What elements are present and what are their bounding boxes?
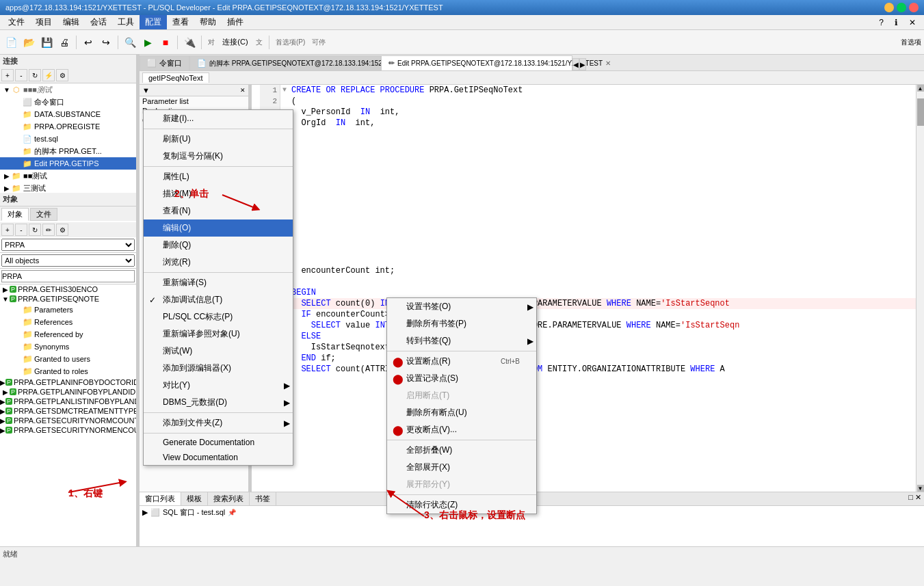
connect-button[interactable]: 🔌 (181, 34, 198, 51)
ctx-bookmark-del[interactable]: 删除所有书签(P) (387, 315, 536, 332)
window-pin-icon[interactable]: 📌 (228, 509, 236, 516)
bottom-tab-search[interactable]: 搜索列表 (208, 492, 250, 505)
menu-session[interactable]: 会话 (85, 15, 112, 29)
obj-item-grantusers[interactable]: 📁 Granted to users (0, 353, 136, 365)
menu-props[interactable]: 属性(L) (144, 168, 293, 185)
type-select[interactable]: All objects (1, 254, 135, 267)
stop-button[interactable]: ■ (157, 34, 174, 51)
menu-plugin[interactable]: 插件 (222, 15, 249, 29)
obj-item-refs[interactable]: 📁 References (0, 316, 136, 328)
conn-add-btn[interactable]: + (1, 69, 14, 81)
fold-btn[interactable]: ▼ (280, 85, 289, 96)
obj-item-getipseq[interactable]: ▼ P PRPA.GETIPSEQNOTE (0, 294, 136, 304)
ctx-bp-set[interactable]: ⬤ 设置断点(R) Ctrl+B (387, 353, 536, 370)
ctx-logpoint-set[interactable]: ⬤ 设置记录点(S) (387, 370, 536, 387)
menu-project[interactable]: 项目 (30, 15, 57, 29)
obj-setting-btn[interactable]: ⚙ (56, 224, 68, 236)
tree-item-cmd[interactable]: ⬜ 命令窗口 (0, 96, 136, 108)
ctx-bookmark-goto[interactable]: 转到书签(Q)▶ (387, 332, 536, 349)
menu-dbms[interactable]: DBMS_元数据(D)▶ (144, 394, 293, 411)
conn-refresh-btn[interactable]: ↻ (29, 69, 41, 81)
menu-describe[interactable]: 描述(M) (144, 185, 293, 202)
tab-prev-btn[interactable]: ◀ (572, 58, 579, 70)
run-button[interactable]: ▶ (140, 34, 156, 51)
menu-edit[interactable]: 编辑 (57, 15, 85, 29)
menu-test[interactable]: 测试(W) (144, 343, 293, 360)
maximize-button[interactable] (897, 3, 906, 12)
menu-delete[interactable]: 删除(Q) (144, 237, 293, 254)
menu-recompile-ref[interactable]: 重新编译参照对象(U) (144, 325, 293, 343)
menu-plcc[interactable]: PL/SQL CC标志(P) (144, 308, 293, 325)
tab-script[interactable]: 📄 的脚本 PRPA.GETIPSEQNOTEXT@172.18.133.194… (189, 55, 381, 70)
menu-add-debug[interactable]: ✓添加调试信息(T) (144, 291, 293, 308)
print-button[interactable]: 🖨 (56, 34, 72, 51)
menu-tools[interactable]: 工具 (112, 15, 140, 29)
ctx-bp-change[interactable]: ⬤ 更改断点(V)... (387, 421, 536, 438)
conn-filter-btn[interactable]: ⚡ (42, 69, 55, 81)
menu-new[interactable]: 新建(I)... (144, 110, 293, 127)
tree-item-sql[interactable]: 📄 test.sql (0, 133, 136, 145)
search-button[interactable]: 🔍 (122, 34, 138, 51)
new-button[interactable]: 📄 (3, 34, 19, 51)
ctx-bookmark-set[interactable]: 设置书签(O)▶ (387, 298, 536, 315)
ctx-bp-del-all[interactable]: 删除所有断点(U) (387, 404, 536, 421)
scroll-thumb[interactable] (917, 98, 924, 126)
tree-item-test2[interactable]: ▶ 📁 三测试 (0, 182, 136, 193)
tab-edit[interactable]: ✏ Edit PRPA.GETIPSEQNOTEXT@172.18.133.19… (381, 55, 572, 70)
obj-item-grantroles[interactable]: 📁 Granted to roles (0, 365, 136, 377)
scroll-down-btn[interactable]: ▼ (917, 485, 924, 492)
menu-gen-doc[interactable]: Generate Documentation (144, 435, 293, 450)
menu-file[interactable]: 文件 (3, 15, 30, 29)
scroll-up-btn[interactable]: ▲ (917, 85, 924, 92)
obj-item-getsecnorm[interactable]: ▶ P PRPA.GETSECURITYNORMCOUNT (0, 416, 136, 425)
tree-item-data[interactable]: 📁 DATA.SUBSTANCE (0, 108, 136, 120)
subtab-getipseqnotext[interactable]: getIPSeqNoText (142, 72, 209, 83)
obj-remove-btn[interactable]: - (15, 224, 27, 236)
window-controls[interactable] (884, 3, 919, 12)
menu-add-folder[interactable]: 添加到文件夹(Z)▶ (144, 414, 293, 431)
obj-item-params[interactable]: 📁 Parameters (0, 304, 136, 316)
menu-add-editor[interactable]: 添加到源编辑器(X) (144, 360, 293, 377)
bottom-tab-templates[interactable]: 模板 (181, 492, 208, 505)
menu-edit-item[interactable]: 编辑(O) (144, 219, 293, 237)
undo-button[interactable]: ↩ (80, 34, 96, 51)
open-button[interactable]: 📂 (21, 34, 37, 51)
redo-button[interactable]: ↪ (98, 34, 114, 51)
ctx-collapse-all[interactable]: 全部折叠(W) (387, 442, 536, 459)
obj-item-getplanlist[interactable]: ▶ P PRPA.GETPLANLISTINFOBYPLANDID (0, 397, 136, 406)
menu-close-icon[interactable]: ✕ (903, 16, 921, 29)
menu-config[interactable]: 配置 (140, 15, 167, 29)
menu-refresh[interactable]: 刷新(U) (144, 131, 293, 148)
menu-browse[interactable]: 浏览(R) (144, 254, 293, 271)
tab-cmd[interactable]: ⬜ 令窗口 (140, 55, 189, 70)
ctx-expand-all[interactable]: 全部展开(X) (387, 459, 536, 476)
tab-next-btn[interactable]: ▶ (579, 58, 586, 70)
tree-item-prpa[interactable]: 📁 PRPA.OPREGISTE (0, 120, 136, 133)
vscrollbar[interactable]: ▲ ▼ (916, 85, 924, 492)
menu-help-icon[interactable]: ? (873, 16, 889, 29)
tree-item-edit[interactable]: 📁 Edit PRPA.GETIPS (0, 157, 136, 170)
obj-edit-btn[interactable]: ✏ (42, 224, 55, 236)
save-button[interactable]: 💾 (38, 34, 55, 51)
connect2-button[interactable]: 连接(C) (219, 34, 252, 51)
outline-param[interactable]: Parameter list (140, 96, 248, 106)
obj-refresh-btn[interactable]: ↻ (29, 224, 41, 236)
obj-item-getplandoc[interactable]: ▶ P PRPA.GETPLANINFOBYDOCTORID (0, 377, 136, 387)
obj-item-getsecenc[interactable]: ▶ P PRPA.GETSECURITYNORMENCOUNTERID (0, 425, 136, 435)
menu-view[interactable]: 查看 (167, 15, 194, 29)
obj-item-getsdm[interactable]: ▶ P PRPA.GETSDMCTREATMENTTYPE (0, 406, 136, 416)
tab-objects[interactable]: 对象 (1, 208, 29, 221)
bottom-tab-windows[interactable]: 窗口列表 (140, 492, 181, 505)
tree-item-test1[interactable]: ▶ 📁 ■■测试 (0, 170, 136, 182)
bottom-panel-close[interactable]: □ ✕ (906, 492, 924, 505)
outline-close-btn[interactable]: ✕ (240, 87, 246, 94)
tree-item-db[interactable]: ▼ ⬡ ■■■测试 (0, 83, 136, 96)
tree-item-script[interactable]: 📁 的脚本 PRPA.GET... (0, 145, 136, 157)
menu-info-icon[interactable]: ℹ (889, 16, 903, 29)
search-input[interactable] (1, 270, 135, 282)
minimize-button[interactable] (884, 3, 894, 12)
obj-add-btn[interactable]: + (1, 224, 14, 236)
code-editor[interactable]: 1 ▼ CREATE OR REPLACE PROCEDURE PRPA.Get… (252, 85, 916, 492)
obj-item-syn[interactable]: 📁 Synonyms (0, 341, 136, 353)
menu-copy-csv[interactable]: 复制逗号分隔(K) (144, 148, 293, 165)
